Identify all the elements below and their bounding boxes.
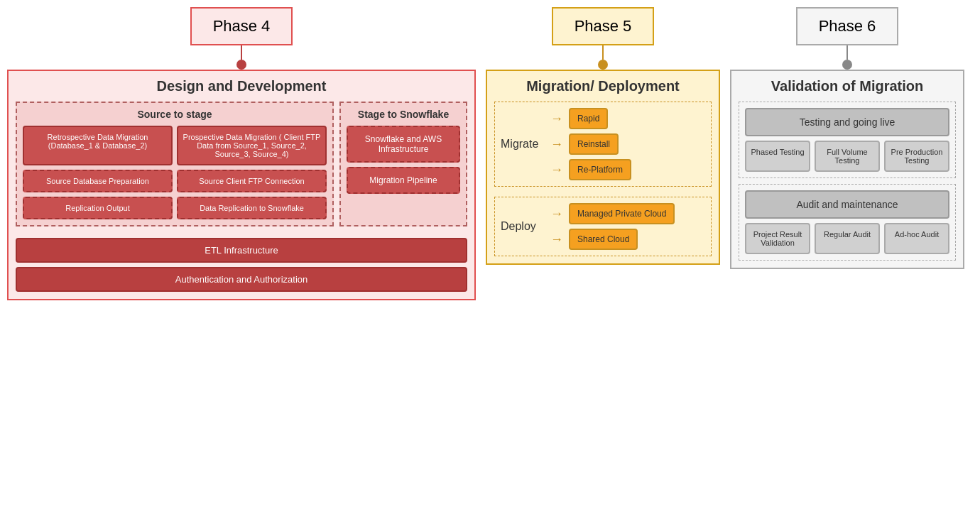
stage-snow-title: Stage to Snowflake	[347, 109, 460, 120]
pre-production-box: Pre Production Testing	[884, 141, 949, 172]
regular-audit-box: Regular Audit	[815, 223, 880, 254]
phase6-panel-title: Validation of Migration	[739, 78, 956, 94]
project-result-box: Project Result Validation	[745, 223, 810, 254]
migrate-center: Migrate → Rapid → Reinstall → Re-Platfor	[501, 108, 705, 180]
testing-bar: Testing and going live	[745, 108, 949, 136]
audit-row: Project Result Validation Regular Audit …	[745, 223, 949, 254]
stage-snow-box: Stage to Snowflake Snowflake and AWS Inf…	[339, 102, 467, 226]
migrate-flow-rapid: → Rapid	[548, 108, 705, 129]
ss-grid: Retrospective Data Migration (Database_1…	[23, 126, 327, 219]
deploy-center: Deploy → Managed Private Cloud → Shared …	[501, 203, 705, 250]
audit-bar: Audit and maintenance	[745, 190, 949, 219]
phase5-label: Phase 5	[552, 7, 655, 45]
phase5-column: Phase 5 Migration/ Deployment Migrate → …	[486, 7, 720, 265]
adhoc-audit-box: Ad-hoc Audit	[884, 223, 949, 254]
testing-row: Phased Testing Full Volume Testing Pre P…	[745, 141, 949, 172]
validation-inner: Testing and going live Phased Testing Fu…	[739, 102, 956, 261]
dd-inner: Source to stage Retrospective Data Migra…	[16, 102, 467, 292]
phase5-panel: Migration/ Deployment Migrate → Rapid → …	[486, 70, 720, 265]
deploy-items: → Managed Private Cloud → Shared Cloud	[548, 203, 705, 250]
full-volume-box: Full Volume Testing	[815, 141, 880, 172]
migrate-items: → Rapid → Reinstall → Re-Platform	[548, 108, 705, 180]
migration-title-text: Migration/ Deployment	[526, 78, 680, 94]
diagram-container: Phase 4 Design and Development Source to…	[0, 0, 980, 519]
phase4-label: Phase 4	[190, 7, 293, 45]
phase6-panel: Validation of Migration Testing and goin…	[730, 70, 964, 269]
migration-pipeline-box: Migration Pipeline	[347, 167, 460, 194]
managed-cloud-box: Managed Private Cloud	[569, 203, 675, 224]
phase4-dot	[236, 60, 246, 70]
phase6-line-top	[846, 45, 848, 60]
data-repl-box: Data Replication to Snowflake	[177, 197, 327, 219]
phase5-dot	[598, 60, 608, 70]
migrate-label: Migrate	[501, 138, 543, 151]
arrow-managed: →	[550, 207, 563, 222]
source-stage-box: Source to stage Retrospective Data Migra…	[16, 102, 334, 226]
phase4-line-top	[241, 45, 242, 60]
migrate-section: Migrate → Rapid → Reinstall → Re-Platfor	[494, 102, 712, 187]
spacer	[494, 191, 712, 197]
phase5-text: Phase 5	[575, 17, 632, 35]
shared-cloud-box: Shared Cloud	[569, 229, 638, 250]
auth-bar: Authentication and Authorization	[16, 267, 467, 292]
replication-box: Replication Output	[23, 197, 173, 219]
source-stage-title: Source to stage	[23, 109, 327, 120]
phase6-dot	[842, 60, 852, 70]
phase6-label: Phase 6	[796, 7, 899, 45]
bottom-bars: ETL Infrastructure Authentication and Au…	[16, 238, 467, 292]
testing-section: Testing and going live Phased Testing Fu…	[739, 102, 956, 178]
snowflake-box: Snowflake and AWS Infrastructure	[347, 126, 460, 163]
phase6-column: Phase 6 Validation of Migration Testing …	[730, 7, 964, 269]
prosp-box: Prospective Data Migration ( Client FTP …	[177, 126, 327, 165]
deploy-label: Deploy	[501, 220, 543, 233]
deploy-section: Deploy → Managed Private Cloud → Shared …	[494, 197, 712, 256]
source-client-box: Source Client FTP Connection	[177, 170, 327, 192]
migrate-flow-reinstall: → Reinstall	[548, 133, 705, 155]
arrow-reinstall: →	[550, 137, 563, 152]
deploy-flow-shared: → Shared Cloud	[548, 229, 705, 250]
phase4-column: Phase 4 Design and Development Source to…	[7, 7, 476, 300]
arrow-rapid: →	[550, 111, 563, 126]
reinstall-box: Reinstall	[569, 133, 619, 155]
source-db-box: Source Database Preparation	[23, 170, 173, 192]
etl-bar: ETL Infrastructure	[16, 238, 467, 263]
dd-top: Source to stage Retrospective Data Migra…	[16, 102, 467, 226]
phase6-text: Phase 6	[819, 17, 876, 35]
rapid-box: Rapid	[569, 108, 608, 129]
replatform-box: Re-Platform	[569, 159, 631, 180]
phase5-panel-title: Migration/ Deployment	[494, 78, 712, 94]
phase4-panel: Design and Development Source to stage R…	[7, 70, 476, 300]
phased-testing-box: Phased Testing	[745, 141, 810, 172]
arrow-shared: →	[550, 232, 563, 247]
migrate-flow-replatform: → Re-Platform	[548, 159, 705, 180]
phase5-line-top	[602, 45, 604, 60]
phase4-panel-title: Design and Development	[16, 78, 467, 94]
deploy-flow-managed: → Managed Private Cloud	[548, 203, 705, 224]
arrow-replatform: →	[550, 163, 563, 177]
retro-box: Retrospective Data Migration (Database_1…	[23, 126, 173, 165]
phase4-text: Phase 4	[213, 17, 271, 35]
audit-section: Audit and maintenance Project Result Val…	[739, 184, 956, 261]
